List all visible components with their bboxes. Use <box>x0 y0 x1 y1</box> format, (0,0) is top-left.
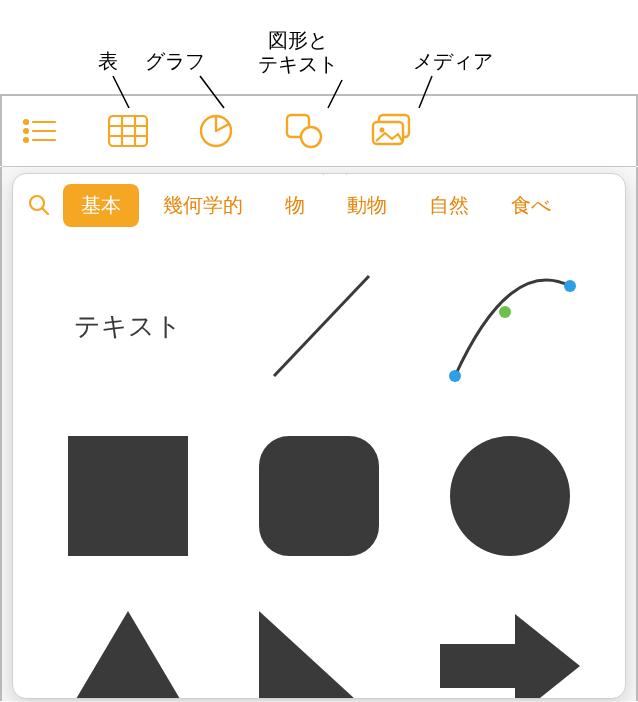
svg-marker-32 <box>440 614 580 699</box>
curve-icon <box>435 261 585 391</box>
shape-square[interactable] <box>43 426 214 566</box>
callout-layer: 表 グラフ 図形と テキスト メディア <box>0 0 638 94</box>
toolbar <box>0 94 638 166</box>
svg-rect-28 <box>259 436 379 556</box>
chart-button[interactable] <box>186 101 246 161</box>
tab-animals[interactable]: 動物 <box>329 184 405 227</box>
tab-food[interactable]: 食べ <box>493 184 569 227</box>
category-bar: 基本 幾何学的 物 動物 自然 食べ <box>13 174 625 236</box>
tab-objects[interactable]: 物 <box>267 184 323 227</box>
svg-point-8 <box>24 138 28 142</box>
svg-point-6 <box>24 129 28 133</box>
shape-text-label: テキスト <box>74 309 182 344</box>
media-button[interactable] <box>362 101 422 161</box>
rounded-square-icon <box>254 431 384 561</box>
callout-shapes-text: 図形と テキスト <box>258 28 338 76</box>
shape-line[interactable] <box>234 256 405 396</box>
tab-nature[interactable]: 自然 <box>411 184 487 227</box>
shape-curve[interactable] <box>424 256 595 396</box>
svg-marker-31 <box>259 611 379 699</box>
shapes-icon <box>284 113 324 149</box>
svg-point-26 <box>499 306 511 318</box>
shape-rounded-square[interactable] <box>234 426 405 566</box>
media-icon <box>370 113 414 149</box>
shape-circle[interactable] <box>424 426 595 566</box>
table-button[interactable] <box>98 101 158 161</box>
outline-icon <box>23 118 57 144</box>
line-icon <box>254 261 384 391</box>
shape-arrow-right[interactable] <box>424 596 595 699</box>
shape-triangle[interactable] <box>43 596 214 699</box>
tab-geometric[interactable]: 幾何学的 <box>145 184 261 227</box>
popover-arrow-icon <box>323 173 347 175</box>
svg-marker-30 <box>63 611 193 699</box>
tab-basic[interactable]: 基本 <box>63 184 139 227</box>
table-icon <box>108 115 148 147</box>
svg-rect-27 <box>68 436 188 556</box>
shape-text[interactable]: テキスト <box>43 256 214 396</box>
search-button[interactable] <box>21 187 57 223</box>
shapes-grid: テキスト <box>13 236 625 699</box>
search-icon <box>28 194 50 216</box>
shapes-popover: 基本 幾何学的 物 動物 自然 食べ テキスト <box>12 173 626 699</box>
shape-right-triangle[interactable] <box>234 596 405 699</box>
svg-point-24 <box>449 370 461 382</box>
svg-point-29 <box>450 436 570 556</box>
svg-point-25 <box>564 280 576 292</box>
callout-table: 表 <box>98 48 118 75</box>
popover-backdrop: 基本 幾何学的 物 動物 自然 食べ テキスト <box>0 167 638 701</box>
svg-line-22 <box>43 209 49 215</box>
svg-rect-10 <box>109 116 147 146</box>
right-triangle-icon <box>254 606 384 699</box>
chart-icon <box>198 113 234 149</box>
arrow-right-icon <box>435 606 585 699</box>
svg-line-23 <box>274 276 369 376</box>
square-icon <box>63 431 193 561</box>
circle-icon <box>445 431 575 561</box>
svg-point-20 <box>380 128 385 133</box>
callout-media: メディア <box>413 48 493 75</box>
triangle-icon <box>58 606 198 699</box>
outline-button[interactable] <box>10 101 70 161</box>
svg-point-4 <box>24 120 28 124</box>
callout-chart: グラフ <box>145 48 205 75</box>
svg-point-17 <box>301 127 321 147</box>
shapes-button[interactable] <box>274 101 334 161</box>
